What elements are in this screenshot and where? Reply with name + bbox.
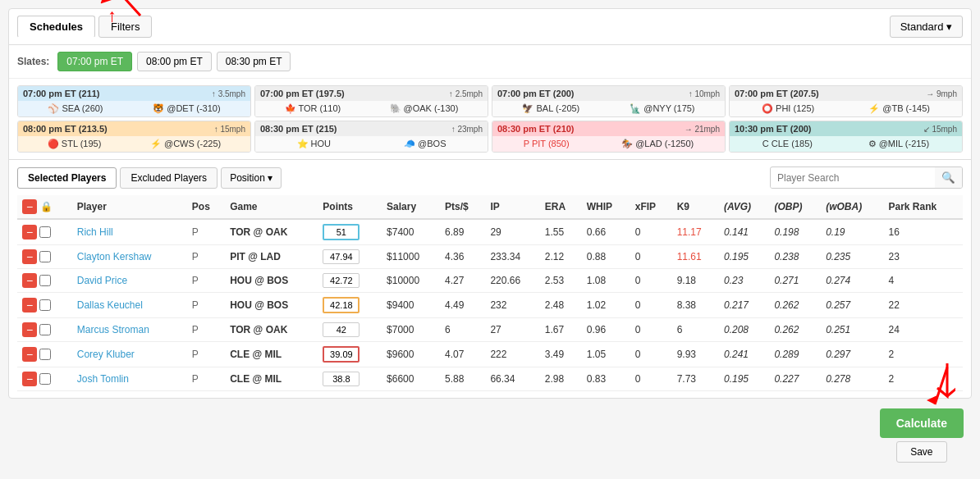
points-input-1[interactable] xyxy=(323,249,359,264)
game-card-3[interactable]: 07:00 pm ET (207.5) → 9mph ⭕ PHI (125) ⚡… xyxy=(729,85,963,117)
points-input-0[interactable] xyxy=(323,224,359,240)
slate-button-0[interactable]: 07:00 pm ET xyxy=(57,52,132,71)
player-avg-3: 0.217 xyxy=(719,293,769,318)
game-card-7[interactable]: 10:30 pm ET (200) ↙ 15mph C CLE (185) ⚙ … xyxy=(729,121,963,153)
player-era-2: 2.53 xyxy=(540,269,582,293)
team1-7: C CLE (185) xyxy=(762,139,813,149)
filters-tab[interactable]: Filters xyxy=(98,16,152,38)
excluded-players-tab[interactable]: Excluded Players xyxy=(120,167,218,189)
player-points-1[interactable] xyxy=(318,245,382,269)
remove-player-0[interactable]: − xyxy=(22,225,37,240)
player-name-0: Rich Hill xyxy=(72,219,187,245)
player-park-rank-1: 23 xyxy=(883,245,963,269)
player-points-0[interactable] xyxy=(318,219,382,245)
table-row: − Rich Hill P TOR @ OAK $7400 6.89 29 1.… xyxy=(17,219,963,245)
player-points-3[interactable] xyxy=(318,293,382,318)
player-ip-4: 27 xyxy=(485,318,539,342)
player-link-4[interactable]: Marcus Stroman xyxy=(77,324,149,335)
col-header-points: Points xyxy=(318,195,382,219)
game-card-1[interactable]: 07:00 pm ET (197.5) ↑ 2.5mph 🍁 TOR (110)… xyxy=(254,85,488,117)
game-wind-6: → 21mph xyxy=(685,125,720,134)
player-k9-0: 11.17 xyxy=(672,219,719,245)
player-woba-0: 0.19 xyxy=(821,219,883,245)
remove-player-1[interactable]: − xyxy=(22,249,37,264)
player-avg-0: 0.141 xyxy=(719,219,769,245)
player-obp-4: 0.262 xyxy=(769,318,821,342)
remove-player-2[interactable]: − xyxy=(22,273,37,288)
player-k9-1: 11.61 xyxy=(672,245,719,269)
remove-player-5[interactable]: − xyxy=(22,347,37,362)
player-woba-3: 0.257 xyxy=(821,293,883,318)
lock-checkbox-4[interactable] xyxy=(39,324,51,335)
player-era-4: 1.67 xyxy=(540,318,582,342)
player-pos-0: P xyxy=(187,219,225,245)
player-points-6[interactable] xyxy=(318,367,382,391)
table-row: − Josh Tomlin P CLE @ MIL $6600 5.88 66.… xyxy=(17,367,963,391)
game-card-2[interactable]: 07:00 pm ET (200) ↑ 10mph 🦅 BAL (-205) 🗽… xyxy=(492,85,726,117)
player-link-6[interactable]: Josh Tomlin xyxy=(77,373,129,385)
game-wind-1: ↑ 2.5mph xyxy=(449,89,483,98)
lock-checkbox-0[interactable] xyxy=(39,226,51,238)
game-card-0[interactable]: 07:00 pm ET (211) ↑ 3.5mph ⚾ SEA (260) 🐯… xyxy=(17,85,251,117)
game-card-4[interactable]: 08:00 pm ET (213.5) ↑ 15mph 🔴 STL (195) … xyxy=(17,121,251,153)
player-link-0[interactable]: Rich Hill xyxy=(77,226,113,238)
player-points-4[interactable] xyxy=(318,318,382,342)
slate-button-1[interactable]: 08:00 pm ET xyxy=(137,52,212,71)
player-game-2: HOU @ BOS xyxy=(225,269,318,293)
slate-button-2[interactable]: 08:30 pm ET xyxy=(217,52,291,71)
player-link-3[interactable]: Dallas Keuchel xyxy=(77,299,143,311)
team1-4: 🔴 STL (195) xyxy=(48,139,102,149)
remove-player-4[interactable]: − xyxy=(22,322,37,337)
remove-all-button[interactable]: − xyxy=(22,199,37,214)
row-actions-5: − xyxy=(17,342,72,367)
points-input-4[interactable] xyxy=(323,322,359,337)
row-actions-1: − xyxy=(17,245,72,269)
search-button[interactable]: 🔍 xyxy=(935,167,962,188)
team1-2: 🦅 BAL (-205) xyxy=(522,103,579,114)
player-game-3: HOU @ BOS xyxy=(225,293,318,318)
selected-players-tab[interactable]: Selected Players xyxy=(17,167,117,189)
player-points-5[interactable] xyxy=(318,342,382,367)
game-wind-2: ↑ 10mph xyxy=(689,89,720,98)
player-search-input[interactable] xyxy=(771,168,935,188)
player-salary-2: $10000 xyxy=(382,269,440,293)
col-header-game: Game xyxy=(225,195,318,219)
player-pos-4: P xyxy=(187,318,225,342)
col-header-avg: (AVG) xyxy=(719,195,769,219)
player-game-5: CLE @ MIL xyxy=(225,342,318,367)
lock-checkbox-1[interactable] xyxy=(39,251,51,262)
lock-checkbox-2[interactable] xyxy=(39,275,51,286)
lock-checkbox-5[interactable] xyxy=(39,349,51,360)
player-obp-1: 0.238 xyxy=(769,245,821,269)
player-woba-4: 0.251 xyxy=(821,318,883,342)
game-wind-7: ↙ 15mph xyxy=(923,125,957,134)
game-wind-4: ↑ 15mph xyxy=(214,125,245,134)
player-points-2[interactable] xyxy=(318,269,382,293)
points-input-3[interactable] xyxy=(323,297,359,313)
player-xfip-4: 0 xyxy=(630,318,672,342)
game-card-5[interactable]: 08:30 pm ET (215) ↑ 23mph ⭐ HOU 🧢 @BOS xyxy=(254,121,488,153)
points-input-6[interactable] xyxy=(323,372,359,386)
col-header-whip: WHIP xyxy=(582,195,630,219)
remove-player-3[interactable]: − xyxy=(22,298,37,312)
position-dropdown[interactable]: Position ▾ xyxy=(221,167,282,189)
player-ip-5: 222 xyxy=(485,342,539,367)
player-pts-s-1: 4.36 xyxy=(440,245,485,269)
schedules-tab[interactable]: Schedules xyxy=(17,16,95,38)
game-card-6[interactable]: 08:30 pm ET (210) → 21mph P PIT (850) 🏇 … xyxy=(492,121,726,153)
remove-player-6[interactable]: − xyxy=(22,372,37,386)
row-actions-0: − xyxy=(17,219,72,245)
lock-checkbox-3[interactable] xyxy=(39,299,51,311)
lock-checkbox-6[interactable] xyxy=(39,373,51,385)
standard-dropdown[interactable]: Standard ▾ xyxy=(890,16,963,38)
player-pos-3: P xyxy=(187,293,225,318)
points-input-2[interactable] xyxy=(323,273,359,288)
player-link-1[interactable]: Clayton Kershaw xyxy=(77,251,152,262)
player-name-4: Marcus Stroman xyxy=(72,318,187,342)
points-input-5[interactable] xyxy=(323,346,359,363)
player-name-5: Corey Kluber xyxy=(72,342,187,367)
player-link-2[interactable]: David Price xyxy=(77,275,127,286)
player-link-5[interactable]: Corey Kluber xyxy=(77,349,135,360)
player-era-0: 1.55 xyxy=(540,219,582,245)
player-name-3: Dallas Keuchel xyxy=(72,293,187,318)
